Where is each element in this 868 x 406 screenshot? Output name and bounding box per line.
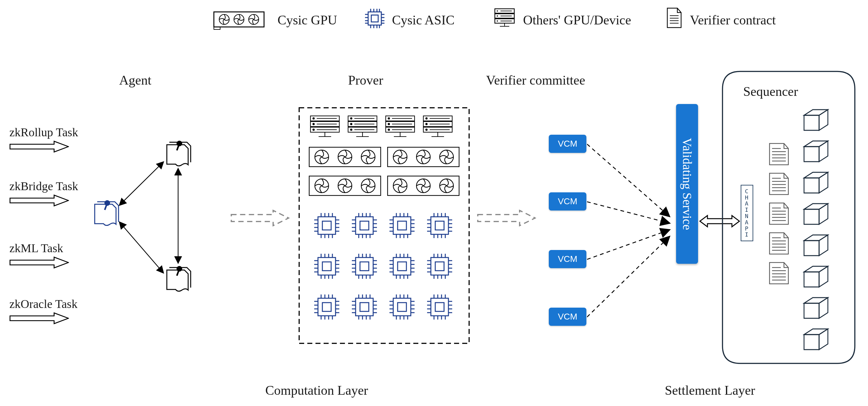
- vcm-node: VCM: [549, 250, 586, 268]
- vcm-lines: [587, 132, 675, 332]
- dashed-arrow-icon: [230, 209, 290, 227]
- svg-point-27: [497, 15, 498, 16]
- svg-point-52: [313, 124, 314, 125]
- svg-point-51: [313, 118, 314, 120]
- sequencer-docs: [768, 142, 794, 293]
- prover-header: Prover: [348, 73, 383, 88]
- svg-point-26: [497, 10, 498, 11]
- svg-rect-63: [318, 217, 336, 234]
- document-icon: [665, 7, 684, 29]
- svg-rect-6: [371, 15, 378, 22]
- legend-asic-label: Cysic ASIC: [392, 12, 455, 28]
- vcm-node: VCM: [549, 135, 586, 153]
- task-arrow-icon: [9, 140, 69, 153]
- computation-layer-label: Computation Layer: [265, 383, 368, 398]
- sequencer-cubes: [801, 108, 839, 359]
- task-arrow-icon: [9, 194, 69, 207]
- vcm-node: VCM: [549, 308, 586, 326]
- device-icon: [492, 7, 517, 29]
- svg-rect-5: [368, 12, 381, 25]
- gpu-icon: [213, 9, 270, 31]
- svg-point-53: [313, 129, 314, 131]
- asic-icon: [364, 7, 386, 29]
- settlement-layer-label: Settlement Layer: [665, 383, 755, 398]
- svg-line-83: [587, 230, 669, 259]
- svg-rect-64: [322, 221, 331, 230]
- task-label: zkBridge Task: [9, 179, 78, 193]
- prover-box: [298, 106, 470, 345]
- vcm-node: VCM: [549, 192, 586, 210]
- validating-service: Validating Service: [676, 104, 698, 264]
- legend-others-label: Others' GPU/Device: [523, 12, 631, 28]
- dashed-arrow-icon: [477, 209, 536, 227]
- task-label: zkML Task: [9, 241, 63, 255]
- agent-network-icon: [91, 138, 223, 313]
- agent-header: Agent: [119, 73, 151, 88]
- svg-line-44: [120, 162, 163, 205]
- task-arrow-icon: [9, 256, 69, 269]
- task-arrow-icon: [9, 312, 69, 325]
- legend-verifier-label: Verifier contract: [690, 12, 776, 28]
- svg-line-84: [587, 237, 669, 317]
- svg-line-45: [120, 223, 163, 273]
- task-label: zkOracle Task: [9, 297, 78, 311]
- legend-gpu-label: Cysic GPU: [278, 12, 337, 28]
- svg-line-81: [587, 144, 669, 216]
- task-label: zkRollup Task: [9, 125, 78, 139]
- svg-point-28: [497, 20, 498, 22]
- verifier-header: Verifier committee: [486, 73, 585, 88]
